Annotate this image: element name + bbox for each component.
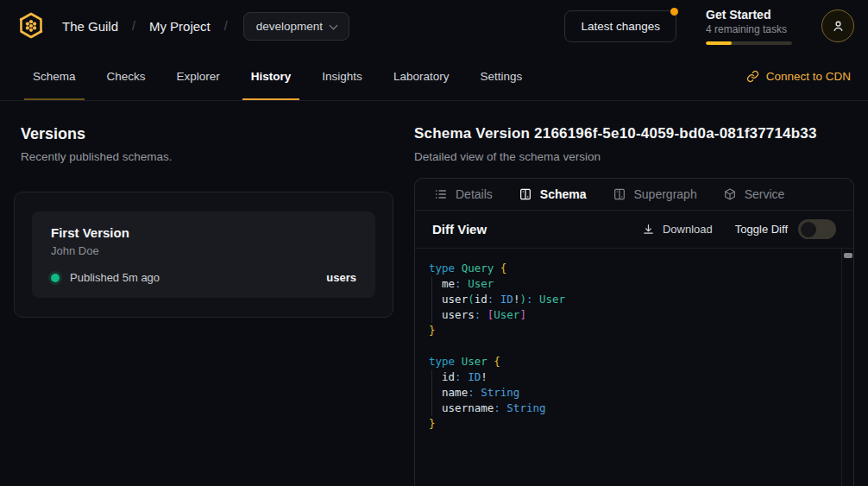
detail-tab-label: Details (456, 187, 493, 201)
hive-logo-icon[interactable] (14, 9, 48, 43)
app-header: The Guild / My Project / development Lat… (0, 0, 868, 52)
toggle-diff-label: Toggle Diff (735, 223, 788, 236)
code-line: username: String (429, 401, 831, 416)
tab-explorer[interactable]: Explorer (161, 52, 236, 100)
notification-dot (670, 8, 678, 16)
latest-changes-label: Latest changes (581, 20, 660, 33)
box-icon (723, 187, 737, 201)
published-status-dot (51, 274, 60, 282)
version-service-badge: users (326, 271, 356, 284)
tab-settings[interactable]: Settings (464, 52, 538, 100)
columns-icon (519, 187, 532, 201)
code-line: type Query { (429, 261, 831, 276)
detail-tab-details[interactable]: Details (434, 187, 493, 201)
person-icon (831, 19, 846, 34)
columns-icon (613, 187, 626, 201)
schema-version-subtitle: Detailed view of the schema version (414, 150, 854, 163)
code-scrollbar-thumb[interactable] (844, 253, 852, 258)
detail-tab-service[interactable]: Service (723, 187, 785, 201)
version-status: Published 5m ago (70, 271, 160, 284)
schema-version-title: Schema Version 2166196f-5e10-4059-bd0a-0… (414, 125, 854, 142)
download-icon (642, 223, 655, 236)
code-line: } (429, 323, 831, 338)
tab-schema[interactable]: Schema (17, 52, 91, 100)
versions-list-card: First Version John Doe Published 5m ago … (14, 192, 393, 318)
connect-to-cdn-label: Connect to CDN (766, 70, 851, 83)
version-detail-panel: Schema Version 2166196f-5e10-4059-bd0a-0… (414, 125, 854, 486)
versions-title: Versions (21, 125, 393, 143)
toggle-diff-switch[interactable] (798, 219, 836, 239)
download-label: Download (663, 223, 713, 236)
code-line (429, 338, 831, 354)
get-started-title: Get Started (706, 8, 792, 22)
schema-sdl-code[interactable]: type Query { me: User user(id: ID!): Use… (415, 249, 853, 486)
get-started-progress-fill (706, 41, 732, 45)
detail-tab-supergraph[interactable]: Supergraph (613, 187, 697, 201)
code-line: type User { (429, 354, 831, 369)
detail-tabs: Details Schema Supergraph (415, 179, 853, 211)
get-started-widget[interactable]: Get Started 4 remaining tasks (706, 8, 792, 45)
target-selector-value: development (256, 20, 323, 33)
code-line: id: ID! (429, 369, 831, 385)
code-line: name: String (429, 385, 831, 401)
code-scrollbar[interactable] (841, 249, 853, 486)
breadcrumb-separator: / (224, 19, 228, 33)
diff-view-toolbar: Diff View Download Toggle Diff (415, 211, 853, 249)
breadcrumb-separator: / (132, 19, 135, 33)
get-started-progress-bar (706, 41, 792, 45)
versions-subtitle: Recently published schemas. (21, 150, 393, 163)
detail-tab-schema[interactable]: Schema (519, 187, 587, 201)
user-avatar[interactable] (821, 9, 854, 42)
code-line: users: [User] (429, 307, 831, 323)
toggle-knob (801, 222, 816, 237)
version-name: First Version (51, 225, 356, 240)
connect-to-cdn-link[interactable]: Connect to CDN (746, 52, 851, 100)
versions-panel: Versions Recently published schemas. Fir… (14, 125, 393, 486)
code-line: user(id: ID!): User (429, 292, 831, 307)
main-content: Versions Recently published schemas. Fir… (0, 101, 868, 486)
link-icon (746, 70, 759, 83)
target-selector-dropdown[interactable]: development (243, 12, 349, 41)
detail-tab-label: Supergraph (634, 187, 697, 201)
version-list-item[interactable]: First Version John Doe Published 5m ago … (32, 211, 375, 298)
code-line: me: User (429, 276, 831, 292)
breadcrumb-org[interactable]: The Guild (62, 19, 118, 34)
tab-insights[interactable]: Insights (306, 52, 378, 100)
list-icon (434, 187, 448, 201)
detail-tab-label: Schema (540, 187, 587, 201)
main-nav: Schema Checks Explorer History Insights … (0, 52, 868, 101)
get-started-subtitle: 4 remaining tasks (706, 23, 792, 35)
detail-tab-label: Service (745, 187, 785, 201)
tab-laboratory[interactable]: Laboratory (378, 52, 465, 100)
version-author: John Doe (51, 244, 356, 257)
chevron-down-icon (330, 20, 338, 28)
code-lines: type Query { me: User user(id: ID!): Use… (429, 261, 831, 432)
schema-detail-box: Details Schema Supergraph (414, 178, 854, 486)
breadcrumb-project[interactable]: My Project (149, 19, 211, 34)
tab-history[interactable]: History (236, 52, 307, 100)
download-button[interactable]: Download (642, 223, 713, 236)
code-line: } (429, 416, 831, 432)
tab-checks[interactable]: Checks (91, 52, 161, 100)
diff-view-title: Diff View (432, 222, 487, 237)
latest-changes-button[interactable]: Latest changes (564, 10, 676, 42)
